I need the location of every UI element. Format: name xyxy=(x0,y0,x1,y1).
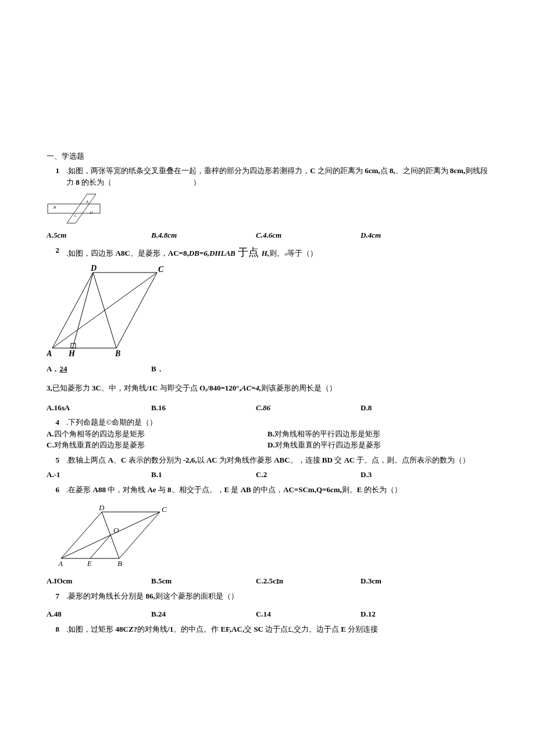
q8-text-5: 边于点£,交力。边于点 xyxy=(263,625,341,633)
q4-optA-l: A. xyxy=(47,429,54,438)
svg-text:C: C xyxy=(74,213,77,218)
q4-optA-t: 四个角相等的四边形是矩形 xyxy=(54,429,145,438)
q6-Ae: Ae xyxy=(147,485,156,494)
q6-opt-A: A.IOcm xyxy=(47,575,151,587)
q3-O: O, xyxy=(199,384,207,392)
question-3: 3,已知菱形力 3C。中，对角线/1C 与即交于点 O,/840=120°,AC… xyxy=(47,382,488,413)
q5-number: 5 xyxy=(47,454,59,466)
q5-opt-A: A.-1 xyxy=(47,469,151,481)
q4-optD-l: D. xyxy=(268,440,275,449)
q3-text-3: 与即交于点 xyxy=(158,384,199,392)
q7-body: .菱形的对角线长分别是 86,则这个菱形的面积是（） xyxy=(66,590,488,602)
q1-figure: A D B C xyxy=(47,191,488,226)
q5-text-5: 为对角线作菱形 xyxy=(217,456,274,464)
q6-number: 6 xyxy=(47,484,59,496)
q5-choices: A.-1 B.1 C.2 D.3 xyxy=(47,469,488,481)
q8-SC: SC xyxy=(254,625,263,633)
q3-text-4: 则该菱形的周长是（） xyxy=(261,384,337,392)
q2-text-2: 。是菱形， xyxy=(130,249,168,257)
q2-lbl-B: B xyxy=(115,349,120,358)
q1-text-2: 之间的距离为 xyxy=(316,166,365,175)
svg-marker-1 xyxy=(67,194,96,223)
q1-dist1: 6cm, xyxy=(365,166,380,175)
q5-text-7: 交 xyxy=(333,456,344,464)
q4-optC-l: C. xyxy=(47,440,54,449)
q8-rect: 48CZ? xyxy=(116,625,138,633)
q3-text-1: 已知菱形力 xyxy=(52,384,92,392)
svg-line-9 xyxy=(73,273,93,348)
q6-lbl-O: O xyxy=(113,526,119,535)
question-4: 4 .下列命题是©命期的是（） A.四个角相等的四边形是矩形 B.对角线相等的平… xyxy=(47,417,488,451)
q4-body: .下列命题是©命期的是（） xyxy=(66,417,488,428)
q6-body: .在菱形 A88 中，对角线 Ae 与 8。相交于点。，E 是 AB 的中点，A… xyxy=(66,484,488,496)
q3-opt-C: C.86 xyxy=(256,402,361,414)
q5-text-3: 表示的数分别为 xyxy=(126,456,183,464)
q1-text-1: .如图，两张等宽的纸条交叉垂叠在一起，垂梓的部分为四边形若测得力， xyxy=(66,166,310,175)
q1-pt8: 8, xyxy=(390,166,395,175)
q7-text-2: 则这个菱形的面积是（） xyxy=(155,592,238,600)
q6-lbl-B: B xyxy=(117,559,122,567)
q6-E: E xyxy=(224,485,230,494)
q5-body: .数轴上两点 A、C 表示的数分别为 -2,6,以 AC 为对角线作菱形 ABC… xyxy=(66,454,488,466)
q2-opt-A: A．24 xyxy=(47,363,151,375)
q6-opt-B: B.5cm xyxy=(151,575,256,587)
q8-diag: /1 xyxy=(167,625,173,633)
q1-opt-A: A.5cm xyxy=(47,230,151,241)
q5-AC: AC xyxy=(206,456,217,464)
q4-opt-D: D.对角线垂直的平行四边形是菱形 xyxy=(268,439,488,451)
q6-text-7: 则。 xyxy=(342,485,357,494)
q1-opt-C: C.4.6cm xyxy=(256,230,361,241)
question-2: 2 .如图，四边形 A8C。是菱形，AC=8,DB=6,DHLAB 于点 H,则… xyxy=(47,245,488,375)
q6-opt-C: C.2.5cɪn xyxy=(256,575,361,587)
q6-opt-D: D.3cm xyxy=(361,575,465,587)
q6-text-5: 是 xyxy=(229,485,241,494)
q4-optD-t: 对角线垂直的平行四边形是菱形 xyxy=(275,440,381,449)
q1-opt-B: B.4.8cm xyxy=(151,230,256,241)
q4-optC-t: 对角线垂直的四边形是菱形 xyxy=(54,440,145,449)
q5-text-2: 、 xyxy=(113,456,121,464)
q1-C: C xyxy=(310,166,315,175)
q2-text-3: 则。 xyxy=(269,249,284,257)
q3-1C: /1C xyxy=(147,384,158,392)
q2-optA-pre: A． xyxy=(47,364,59,373)
q5-opt-C: C.2 xyxy=(256,469,361,481)
q4-text-1: .下列命题是©命期的是（） xyxy=(66,418,157,427)
q2-figure: D C A H B xyxy=(47,264,488,360)
q6-lbl-E: E xyxy=(87,559,92,567)
q8-text-3: 。的中点。作 xyxy=(173,625,220,633)
q7-opt-D: D.12 xyxy=(361,608,465,620)
q7-text-1: .菱形的对角线长分别是 xyxy=(66,592,146,600)
q7-vals: 86, xyxy=(146,592,155,600)
q8-E: E xyxy=(341,625,346,633)
q8-text-2: 的对角线 xyxy=(137,625,167,633)
q3-number: 3, xyxy=(47,384,52,392)
q8-EFAC: EF,AC, xyxy=(220,625,244,633)
q7-number: 7 xyxy=(47,590,59,602)
question-8: 8 .如图，过矩形 48CZ?的对角线/1。的中点。作 EF,AC,交 SC 边… xyxy=(47,624,488,635)
q5-ABC: ABC xyxy=(274,456,290,464)
q8-text-6: 分别连接 xyxy=(346,625,378,633)
q3-opt-A: A.16₅A xyxy=(47,402,151,414)
q2-choices: A．24 B． xyxy=(47,363,488,375)
q5-text-4: 以 xyxy=(197,456,206,464)
q1-opt-D: D.4cm xyxy=(361,230,465,241)
q3-body: 3,已知菱形力 3C。中，对角线/1C 与即交于点 O,/840=120°,AC… xyxy=(47,382,488,394)
q2-lbl-D: D xyxy=(90,264,97,273)
q4-optB-l: B. xyxy=(268,429,274,438)
page-content: 一、学选题 1 .如图，两张等宽的纸条交叉垂叠在一起，垂梓的部分为四边形若测得力… xyxy=(0,0,535,685)
q5-text-1: .数轴上两点 xyxy=(66,456,108,464)
q7-choices: A.48 B.24 C.14 D.12 xyxy=(47,608,488,620)
q6-text-4: 。相交于点。， xyxy=(172,485,224,494)
q6-lbl-A: A xyxy=(58,559,63,567)
q5-opt-B: B.1 xyxy=(151,469,256,481)
q8-text-4: 交 xyxy=(244,625,254,633)
q2-opt-B: B． xyxy=(151,363,256,375)
q2-number: 2 xyxy=(47,245,59,256)
svg-line-8 xyxy=(93,273,116,348)
q2-lbl-A: A xyxy=(47,349,52,358)
q6-text-6: 的中点， xyxy=(251,485,283,494)
q4-opt-C: C.对角线垂直的四边形是菱形 xyxy=(47,439,268,451)
q6-lbl-D: D xyxy=(98,503,105,512)
q1-text-3: 点 xyxy=(380,166,390,175)
q3-ac: AC=4, xyxy=(241,384,262,392)
